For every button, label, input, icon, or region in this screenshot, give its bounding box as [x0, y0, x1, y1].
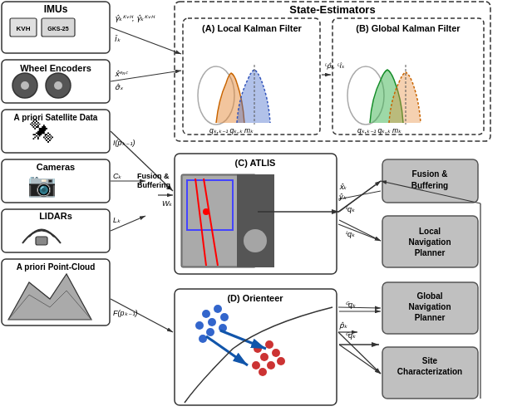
- lidar-output-label: Lₖ: [113, 216, 121, 224]
- imu-hat-label: Îₖ: [115, 35, 121, 43]
- svg-text:KVH: KVH: [17, 25, 31, 32]
- svg-text:📷: 📷: [27, 171, 57, 198]
- svg-line-81: [339, 345, 381, 374]
- wk-label: Wₖ: [162, 199, 173, 208]
- global-nav-label3: Planner: [415, 313, 446, 322]
- svg-text:GKS-25: GKS-25: [47, 26, 68, 32]
- q-local-label: qₖ,ₖ₋₁ qₖ,ₖ mₖ: [209, 126, 254, 135]
- svg-point-54: [202, 310, 210, 318]
- svg-point-69: [259, 368, 267, 376]
- svg-point-61: [199, 335, 207, 343]
- sigma-label: σ̂ₓ: [115, 83, 124, 91]
- svg-rect-40: [36, 237, 47, 245]
- global-nav-label1: Global: [416, 291, 442, 301]
- q-global-label: qₖ,ₖ₋₁ qₖ,ₖ mₖ: [357, 126, 401, 135]
- fusion-buffering-center-label2: Buffering: [137, 181, 170, 189]
- imu-label: IMUs: [44, 3, 68, 15]
- svg-point-63: [265, 340, 273, 349]
- svg-point-57: [220, 313, 229, 321]
- svg-point-64: [260, 353, 268, 361]
- svg-line-15: [111, 27, 181, 54]
- right-fusion-label1: Fusion &: [412, 169, 448, 179]
- svg-point-68: [277, 357, 285, 365]
- lqk2-label: ᴸqₖ: [345, 230, 355, 238]
- global-kf-label: (B) Global Kalman Filter: [356, 23, 461, 33]
- pk-hat-label: p̂ₖ: [339, 321, 347, 330]
- lidars-label: LIDARs: [39, 211, 72, 221]
- camera-output-label: Cₖ: [113, 172, 122, 180]
- svg-point-67: [267, 361, 275, 370]
- pointcloud-label: A priori Point-Cloud: [17, 262, 96, 272]
- main-svg: IMUs Wheel Encoders A priori Satellite D…: [0, 0, 532, 416]
- imu-output-label: γ̂ₖᴷᵛᴴ, γ̂ₖᴷᵛᴴ: [115, 14, 155, 22]
- state-estimators-label: State-Estimators: [289, 3, 375, 16]
- xhat-yhat-label: x̂ₖ: [339, 183, 347, 191]
- svg-point-58: [195, 321, 204, 330]
- svg-point-60: [206, 328, 214, 336]
- satellite-label: A priori Satellite Data: [14, 113, 98, 122]
- yhat-label: ŷₖ: [338, 193, 347, 201]
- svg-point-56: [208, 318, 216, 326]
- local-nav-label2: Navigation: [408, 237, 451, 247]
- svg-point-65: [272, 349, 280, 357]
- svg-point-35: [21, 81, 29, 90]
- wheel-encoders-label: Wheel Encoders: [20, 63, 91, 73]
- local-pk-label: ᴸp̂ₖ, ᴸÎₖ: [324, 62, 345, 70]
- atlis-label: (C) ATLIS: [235, 158, 276, 168]
- orienteer-label: (D) Orienteer: [227, 293, 283, 303]
- satellite-input-label: I(pₖ₋₁): [113, 139, 135, 147]
- svg-point-66: [252, 361, 260, 370]
- diagram-container: IMUs Wheel Encoders A priori Satellite D…: [0, 0, 532, 416]
- local-kf-label: (A) Local Kalman Filter: [202, 23, 303, 33]
- svg-text:🛰: 🛰: [30, 119, 53, 144]
- global-nav-label2: Navigation: [408, 302, 451, 311]
- site-char-label1: Site: [422, 356, 438, 365]
- svg-point-50: [203, 208, 209, 215]
- local-nav-label1: Local: [419, 227, 441, 236]
- enc-label: x̂ᵉⁿᶜ: [115, 70, 129, 78]
- site-char-label2: Characterization: [397, 367, 462, 376]
- pointcloud-input-label: F(pₖ₋₁): [113, 309, 138, 317]
- local-nav-label3: Planner: [415, 248, 446, 257]
- svg-rect-51: [237, 174, 274, 267]
- svg-point-52: [244, 229, 267, 252]
- svg-point-55: [214, 305, 222, 313]
- svg-point-37: [54, 81, 62, 90]
- fusion-buffering-center-label: Fusion &: [137, 172, 170, 180]
- gqk2-label: ᴳqₖ: [345, 331, 356, 340]
- gqk1-label: ᴳqₖ: [345, 301, 356, 309]
- cameras-label: Cameras: [37, 162, 75, 172]
